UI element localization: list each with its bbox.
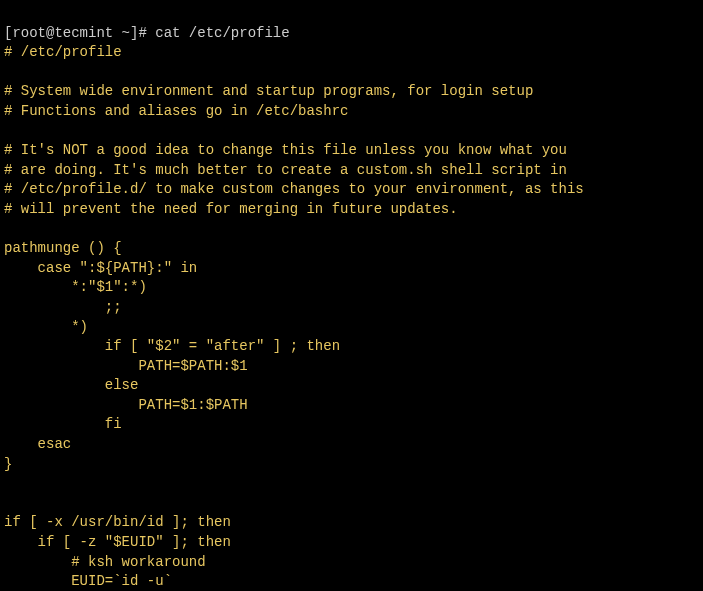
output-line: # System wide environment and startup pr…: [4, 83, 533, 99]
output-line: EUID=`id -u`: [4, 573, 172, 589]
output-line: }: [4, 456, 12, 472]
output-line: esac: [4, 436, 71, 452]
output-line: if [ -z "$EUID" ]; then: [4, 534, 231, 550]
output-line: *:"$1":*): [4, 279, 147, 295]
output-line: ;;: [4, 299, 122, 315]
prompt-text: [root@tecmint ~]#: [4, 25, 155, 41]
output-line: else: [4, 377, 138, 393]
command-text: cat /etc/profile: [155, 25, 289, 41]
output-line: # are doing. It's much better to create …: [4, 162, 567, 178]
output-line: *): [4, 319, 88, 335]
output-line: # Functions and aliases go in /etc/bashr…: [4, 103, 348, 119]
output-line: PATH=$1:$PATH: [4, 397, 248, 413]
terminal-output: [root@tecmint ~]# cat /etc/profile # /et…: [4, 4, 699, 591]
shell-prompt-line: [root@tecmint ~]# cat /etc/profile: [4, 25, 290, 41]
output-line: # /etc/profile: [4, 44, 122, 60]
output-line: if [ "$2" = "after" ] ; then: [4, 338, 340, 354]
output-line: # /etc/profile.d/ to make custom changes…: [4, 181, 584, 197]
output-line: # will prevent the need for merging in f…: [4, 201, 458, 217]
output-line: pathmunge () {: [4, 240, 122, 256]
output-line: if [ -x /usr/bin/id ]; then: [4, 514, 231, 530]
output-line: # ksh workaround: [4, 554, 206, 570]
output-line: fi: [4, 416, 122, 432]
output-line: PATH=$PATH:$1: [4, 358, 248, 374]
output-line: # It's NOT a good idea to change this fi…: [4, 142, 567, 158]
output-line: case ":${PATH}:" in: [4, 260, 197, 276]
